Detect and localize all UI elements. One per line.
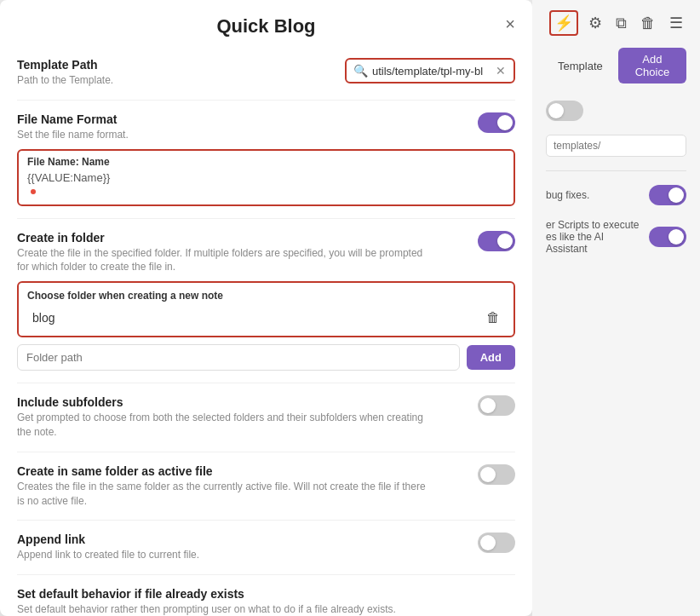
template-path-label: Template Path bbox=[17, 58, 113, 72]
toggle-track bbox=[546, 101, 583, 121]
template-path-desc: Path to the Template. bbox=[17, 73, 113, 88]
right-panel: ⚡ ⚙ ⧉ 🗑 ☰ Template Add Choice bug fixes. bbox=[532, 0, 700, 616]
create-in-folder-label: Create in folder bbox=[17, 231, 426, 245]
toggle-track bbox=[478, 231, 515, 251]
include-subfolders-toggle[interactable] bbox=[478, 395, 515, 416]
modal: Quick Blog × Template Path Path to the T… bbox=[0, 0, 532, 616]
tab-add-choice[interactable]: Add Choice bbox=[618, 48, 686, 83]
toggle-thumb bbox=[497, 233, 513, 249]
filename-box-label: File Name: Name bbox=[27, 156, 505, 168]
toggle-track bbox=[478, 533, 515, 553]
toggle-thumb bbox=[548, 103, 564, 118]
right-toggle-3[interactable] bbox=[649, 227, 686, 247]
folder-chooser-title: Choose folder when creating a new note bbox=[27, 290, 505, 302]
include-subfolders-label: Include subfolders bbox=[17, 395, 426, 409]
file-name-format-label: File Name Format bbox=[17, 112, 129, 126]
create-same-folder-section: Create in same folder as active file Cre… bbox=[17, 452, 515, 521]
template-path-right-input[interactable] bbox=[546, 135, 686, 157]
toggle-track bbox=[649, 185, 686, 205]
include-subfolders-desc: Get prompted to choose from both the sel… bbox=[17, 411, 426, 440]
tab-row: Template Add Choice bbox=[546, 48, 686, 83]
toggle-track bbox=[478, 464, 515, 485]
create-same-folder-text: Create in same folder as active file Cre… bbox=[17, 464, 426, 509]
file-name-format-header: File Name Format Set the file name forma… bbox=[17, 112, 515, 142]
append-link-toggle[interactable] bbox=[478, 533, 515, 553]
append-link-section: Append link Append link to created file … bbox=[17, 521, 515, 575]
create-in-folder-toggle[interactable] bbox=[478, 231, 515, 251]
clear-icon[interactable]: ✕ bbox=[496, 64, 506, 78]
default-behavior-text: Set default behavior if file already exi… bbox=[17, 587, 396, 616]
add-folder-button[interactable]: Add bbox=[467, 345, 515, 370]
default-behavior-desc: Set default behavior rather then prompti… bbox=[17, 602, 396, 616]
toggle-thumb bbox=[480, 535, 496, 550]
template-path-header: Template Path Path to the Template. 🔍 ✕ bbox=[17, 58, 515, 88]
create-in-folder-text: Create in folder Create the file in the … bbox=[17, 231, 426, 275]
folder-name: blog bbox=[32, 311, 55, 325]
folder-path-input[interactable] bbox=[17, 344, 460, 371]
include-subfolders-section: Include subfolders Get prompted to choos… bbox=[17, 383, 515, 452]
toggle-thumb bbox=[668, 187, 684, 203]
file-name-format-desc: Set the file name format. bbox=[17, 128, 129, 142]
right-template-row bbox=[546, 131, 686, 160]
gear-button[interactable]: ⚙ bbox=[585, 10, 605, 36]
toggle-thumb bbox=[668, 229, 684, 245]
folder-delete-icon[interactable]: 🗑 bbox=[486, 310, 500, 325]
append-link-label: Append link bbox=[17, 533, 199, 546]
filename-box-value: {{VALUE:Name}} bbox=[27, 171, 505, 184]
append-link-text: Append link Append link to created file … bbox=[17, 533, 199, 562]
modal-body: Template Path Path to the Template. 🔍 ✕ … bbox=[0, 46, 532, 616]
close-button[interactable]: × bbox=[502, 12, 519, 36]
modal-header: Quick Blog × bbox=[0, 0, 532, 46]
folder-chooser-box: Choose folder when creating a new note b… bbox=[17, 281, 515, 337]
red-dot bbox=[31, 189, 36, 194]
right-toggle-1[interactable] bbox=[546, 101, 583, 121]
lightning-button[interactable]: ⚡ bbox=[549, 10, 578, 36]
template-path-input-wrap: 🔍 ✕ bbox=[345, 58, 515, 83]
right-row-2: er Scripts to execute es like the AI Ass… bbox=[546, 216, 686, 258]
include-subfolders-text: Include subfolders Get prompted to choos… bbox=[17, 395, 426, 440]
template-path-text: Template Path Path to the Template. bbox=[17, 58, 113, 88]
create-same-folder-desc: Creates the file in the same folder as t… bbox=[17, 480, 426, 509]
toggle-thumb bbox=[480, 467, 496, 482]
modal-title: Quick Blog bbox=[216, 15, 315, 37]
toggle-thumb bbox=[480, 398, 496, 413]
create-same-folder-label: Create in same folder as active file bbox=[17, 464, 426, 478]
trash-button[interactable]: 🗑 bbox=[637, 11, 659, 36]
append-link-header: Append link Append link to created file … bbox=[17, 533, 515, 562]
toggle-track bbox=[478, 395, 515, 416]
folder-path-row: Add bbox=[17, 344, 515, 371]
right-row-2-label: er Scripts to execute es like the AI Ass… bbox=[546, 219, 642, 255]
template-path-input[interactable] bbox=[372, 65, 491, 78]
right-row-toggle bbox=[546, 97, 686, 124]
folder-item: blog 🗑 bbox=[27, 307, 505, 329]
copy-button[interactable]: ⧉ bbox=[612, 11, 630, 36]
create-in-folder-section: Create in folder Create the file in the … bbox=[17, 219, 515, 384]
search-icon: 🔍 bbox=[353, 64, 368, 78]
right-panel-toolbar: ⚡ ⚙ ⧉ 🗑 ☰ bbox=[546, 10, 686, 36]
filename-box: File Name: Name {{VALUE:Name}} bbox=[17, 149, 515, 206]
menu-button[interactable]: ☰ bbox=[666, 10, 686, 36]
include-subfolders-header: Include subfolders Get prompted to choos… bbox=[17, 395, 515, 440]
create-same-folder-toggle[interactable] bbox=[478, 464, 515, 485]
create-in-folder-header: Create in folder Create the file in the … bbox=[17, 231, 515, 275]
toggle-thumb bbox=[497, 115, 513, 130]
right-row-1: bug fixes. bbox=[546, 181, 686, 209]
file-name-format-toggle[interactable] bbox=[478, 112, 515, 133]
toggle-track bbox=[649, 227, 686, 247]
toggle-track bbox=[478, 112, 515, 133]
right-row-1-label: bug fixes. bbox=[546, 189, 642, 201]
default-behavior-header: Set default behavior if file already exi… bbox=[17, 587, 515, 616]
tab-template[interactable]: Template bbox=[546, 48, 615, 83]
divider bbox=[546, 170, 686, 171]
default-behavior-section: Set default behavior if file already exi… bbox=[17, 575, 515, 616]
create-same-folder-header: Create in same folder as active file Cre… bbox=[17, 464, 515, 509]
create-in-folder-desc: Create the file in the specified folder.… bbox=[17, 246, 426, 275]
right-toggle-2[interactable] bbox=[649, 185, 686, 205]
file-name-format-section: File Name Format Set the file name forma… bbox=[17, 101, 515, 219]
append-link-desc: Append link to created file to current f… bbox=[17, 548, 199, 562]
template-path-section: Template Path Path to the Template. 🔍 ✕ bbox=[17, 46, 515, 101]
default-behavior-label: Set default behavior if file already exi… bbox=[17, 587, 396, 601]
file-name-format-text: File Name Format Set the file name forma… bbox=[17, 112, 129, 142]
